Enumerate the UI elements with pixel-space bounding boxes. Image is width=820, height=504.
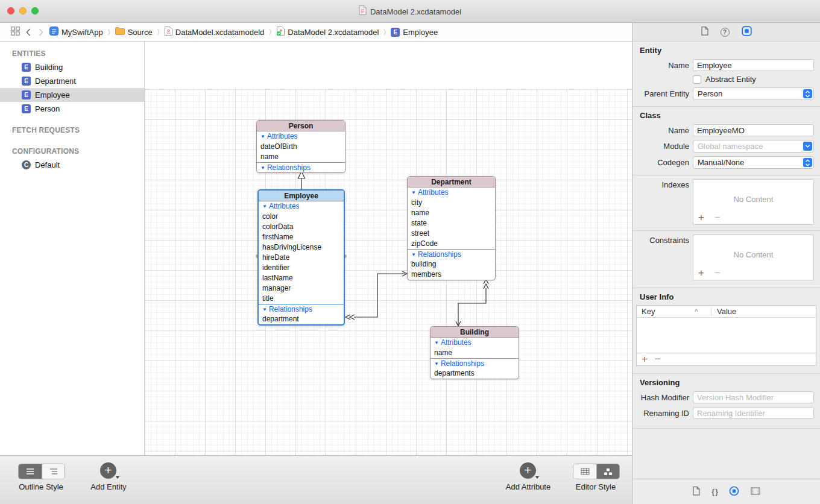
project-icon — [49, 27, 58, 37]
code-snippet-library-icon[interactable]: { } — [711, 488, 718, 496]
user-info-key-column-header[interactable]: Key — [637, 307, 695, 316]
sidebar-item-person[interactable]: E Person — [0, 102, 144, 116]
indexes-list[interactable]: No Content + − — [693, 179, 814, 225]
attribute-row[interactable]: colorData — [259, 222, 344, 232]
disclosure-triangle-icon: ▼ — [262, 204, 267, 209]
add-constraint-button[interactable]: + — [698, 267, 704, 279]
relationship-row[interactable]: department — [259, 314, 344, 324]
attribute-row[interactable]: manager — [259, 283, 344, 294]
entity-box-building[interactable]: Building ▼Attributes name ▼Relationships… — [430, 326, 519, 379]
editor-style-graph-segment[interactable] — [596, 464, 619, 479]
relationship-row[interactable]: departments — [430, 368, 519, 379]
hash-modifier-label: Hash Modifier — [632, 393, 689, 402]
document-proxy-icon[interactable] — [359, 5, 367, 17]
breadcrumb-entity[interactable]: E Employee — [391, 28, 438, 37]
codegen-popup[interactable]: Manual/None — [693, 156, 814, 169]
go-back-button[interactable] — [24, 28, 33, 36]
file-template-library-icon[interactable] — [693, 487, 700, 497]
add-entity-dropdown-caret-icon[interactable] — [116, 476, 119, 479]
parent-entity-label: Parent Entity — [632, 89, 689, 98]
attribute-row[interactable]: name — [430, 348, 519, 358]
remove-index-button[interactable]: − — [714, 212, 721, 223]
entity-title[interactable]: Building — [430, 327, 519, 338]
attributes-section-toggle[interactable]: ▼Attributes — [408, 187, 495, 198]
module-placeholder: Global namespace — [698, 142, 763, 151]
entity-title[interactable]: Employee — [259, 191, 344, 201]
breadcrumb-project[interactable]: MySwiftApp — [49, 27, 103, 37]
remove-user-info-button[interactable]: − — [655, 353, 661, 365]
relationships-section-toggle[interactable]: ▼Relationships — [430, 358, 519, 368]
entity-box-person[interactable]: Person ▼Attributes dateOfBirth name ▼Rel… — [256, 120, 345, 173]
file-inspector-tab-icon[interactable] — [701, 27, 708, 38]
sidebar-item-default-configuration[interactable]: C Default — [0, 158, 144, 172]
renaming-id-label: Renaming ID — [632, 409, 689, 418]
attribute-row[interactable]: lastName — [259, 273, 344, 283]
related-items-icon[interactable] — [11, 27, 20, 38]
breadcrumb-group[interactable]: Source — [115, 27, 153, 37]
add-user-info-button[interactable]: + — [642, 353, 648, 365]
relationships-section-toggle[interactable]: ▼Relationships — [257, 162, 345, 172]
media-library-icon[interactable] — [751, 487, 760, 497]
quick-help-tab-icon[interactable]: ? — [721, 28, 730, 37]
relationship-row[interactable]: building — [408, 259, 495, 269]
xcode-window: DataModel 2.xcdatamodel MySwiftApp 〉 Sou… — [0, 0, 820, 504]
add-entity-button[interactable]: + — [100, 462, 116, 479]
remove-constraint-button[interactable]: − — [714, 267, 721, 279]
attribute-row[interactable]: color — [259, 212, 344, 222]
attribute-row[interactable]: hireDate — [259, 253, 344, 263]
attribute-row[interactable]: firstName — [259, 232, 344, 242]
go-forward-button[interactable] — [37, 28, 45, 36]
attribute-row[interactable]: zipCode — [408, 239, 495, 249]
entity-title[interactable]: Department — [408, 177, 495, 187]
add-attribute-button[interactable]: + — [520, 462, 536, 479]
entity-badge-icon: E — [22, 104, 31, 113]
sort-ascending-icon[interactable]: ^ — [695, 307, 711, 316]
attributes-section-toggle[interactable]: ▼Attributes — [259, 201, 344, 212]
entity-name-field[interactable] — [693, 59, 814, 71]
relationship-row[interactable]: members — [408, 269, 495, 280]
renaming-id-field[interactable] — [693, 407, 814, 419]
model-diagram-canvas[interactable]: Person ▼Attributes dateOfBirth name ▼Rel… — [145, 42, 632, 455]
attribute-row[interactable]: dateOfBirth — [257, 142, 345, 152]
data-model-inspector-tab-icon[interactable] — [742, 26, 752, 39]
attribute-row[interactable]: title — [259, 294, 344, 304]
entity-box-employee[interactable]: Employee ▼Attributes color colorData fir… — [257, 189, 345, 326]
constraints-list[interactable]: No Content + − — [693, 235, 814, 280]
hash-modifier-field[interactable] — [693, 391, 814, 403]
attribute-row[interactable]: street — [408, 228, 495, 239]
module-combo[interactable]: Global namespace — [693, 140, 814, 153]
add-index-button[interactable]: + — [698, 212, 704, 223]
abstract-entity-label: Abstract Entity — [705, 75, 756, 84]
window-title: DataModel 2.xcdatamodel — [370, 7, 461, 16]
abstract-entity-checkbox[interactable] — [693, 75, 701, 84]
breadcrumb-datamodel-bundle[interactable]: DataModel.xcdatamodeld — [165, 27, 264, 37]
entity-box-department[interactable]: Department ▼Attributes city name state s… — [407, 176, 496, 280]
attribute-row[interactable]: hasDrivingLicense — [259, 242, 344, 253]
attribute-row[interactable]: city — [408, 198, 495, 208]
sidebar-item-employee[interactable]: E Employee — [0, 88, 144, 102]
attribute-row[interactable]: identifier — [259, 263, 344, 273]
sidebar-item-building[interactable]: E Building — [0, 60, 144, 74]
add-attribute-dropdown-caret-icon[interactable] — [535, 476, 539, 479]
attribute-row[interactable]: state — [408, 218, 495, 228]
user-info-value-column-header[interactable]: Value — [711, 307, 816, 316]
user-info-table-body[interactable] — [637, 318, 816, 353]
editor-style-table-segment[interactable] — [573, 464, 596, 479]
entity-title[interactable]: Person — [257, 121, 345, 131]
relationships-section-toggle[interactable]: ▼Relationships — [259, 304, 344, 314]
class-name-field[interactable] — [693, 124, 814, 136]
outline-style-hierarchical-segment[interactable] — [42, 464, 65, 479]
attributes-section-toggle[interactable]: ▼Attributes — [430, 338, 519, 348]
object-library-icon[interactable] — [729, 486, 739, 498]
outline-style-flat-segment[interactable] — [19, 464, 42, 479]
sidebar-item-department[interactable]: E Department — [0, 74, 144, 88]
attribute-row[interactable]: name — [408, 208, 495, 218]
datamodel-bundle-icon — [165, 27, 172, 37]
attributes-section-toggle[interactable]: ▼Attributes — [257, 131, 345, 142]
breadcrumb-datamodel-version[interactable]: DataModel 2.xcdatamodel — [276, 27, 379, 38]
user-info-table[interactable]: Key ^ Value — [636, 305, 816, 353]
attribute-row[interactable]: name — [257, 152, 345, 162]
title-bar[interactable]: DataModel 2.xcdatamodel — [0, 0, 820, 23]
parent-entity-popup[interactable]: Person — [693, 87, 814, 100]
relationships-section-toggle[interactable]: ▼Relationships — [408, 249, 495, 259]
